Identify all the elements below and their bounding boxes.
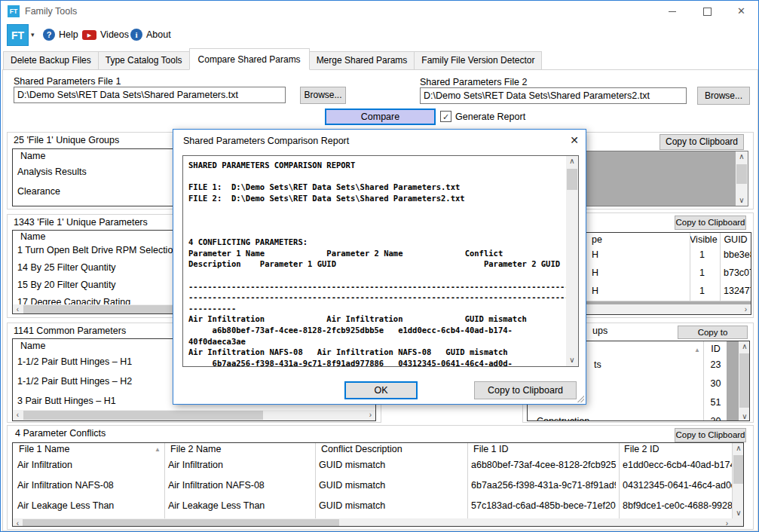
generate-report-checkbox[interactable]: ✓ xyxy=(440,111,451,122)
scrollbar-thumb[interactable] xyxy=(23,519,339,527)
vertical-scrollbar[interactable]: ∧ ∨ xyxy=(732,443,744,518)
maximize-icon xyxy=(703,8,712,16)
tab-compare-shared-params[interactable]: Compare Shared Params xyxy=(189,48,310,70)
app-menu-button[interactable]: FT xyxy=(7,24,29,46)
table-row[interactable]: Air Infiltration Air Infiltration GUID m… xyxy=(13,455,743,476)
generate-report-label: Generate Report xyxy=(455,112,525,122)
scroll-down-icon[interactable]: ∨ xyxy=(736,195,748,206)
scroll-left-icon[interactable]: ‹ xyxy=(13,410,23,420)
scroll-left-icon[interactable]: ‹ xyxy=(13,304,23,314)
browse-file1-button[interactable]: Browse... xyxy=(300,87,346,104)
table-row[interactable]: Air Leakage Less Than Air Leakage Less T… xyxy=(13,496,743,517)
panel-parameter-conflicts: 4 Parameter Conflicts Copy to Clipboard … xyxy=(7,425,754,530)
family-tools-window: FT Family Tools ✕ FT ▾ ? Help ▶ Videos i… xyxy=(0,0,759,532)
copy-to-clipboard-button[interactable]: Copy to Clipboard xyxy=(675,428,746,442)
scrollbar-thumb[interactable] xyxy=(23,411,263,420)
close-button[interactable]: ✕ xyxy=(724,1,758,22)
panel-title: 25 'File 1' Unique Groups xyxy=(14,135,119,145)
column-header-name[interactable]: Name xyxy=(20,231,45,242)
scroll-up-icon[interactable]: ∧ xyxy=(739,341,750,352)
scroll-right-icon[interactable]: › xyxy=(722,518,732,527)
panel-title: 1141 Common Parameters xyxy=(14,326,126,336)
maximize-button[interactable] xyxy=(690,1,724,22)
file2-path-input[interactable] xyxy=(420,87,687,104)
report-text: SHARED PARAMETERS COMPARISON REPORT FILE… xyxy=(183,156,567,367)
tab-family-file-version-detector[interactable]: Family File Version Detector xyxy=(414,51,542,70)
column-header-file2-name[interactable]: File 2 Name xyxy=(170,444,221,454)
close-icon: ✕ xyxy=(570,134,579,146)
video-play-icon: ▶ xyxy=(82,30,96,40)
column-header-file1-id[interactable]: File 1 ID xyxy=(473,444,509,454)
tab-delete-backup-files[interactable]: Delete Backup Files xyxy=(3,51,99,70)
toolbar: FT ▾ ? Help ▶ Videos i About xyxy=(1,22,758,50)
sort-ascending-icon: ▲ xyxy=(694,347,700,353)
window-title: Family Tools xyxy=(25,6,77,17)
table-row[interactable]: Construction 20 xyxy=(528,413,727,421)
scroll-down-icon[interactable]: ∨ xyxy=(733,508,744,518)
scroll-up-icon[interactable]: ∧ xyxy=(566,156,578,167)
copy-to-clipboard-button[interactable]: Copy to Clipboard xyxy=(660,134,744,150)
comparison-report-dialog: Shared Parameters Comparison Report ✕ SH… xyxy=(173,129,586,405)
check-icon: ✓ xyxy=(442,112,449,121)
close-icon: ✕ xyxy=(737,5,745,17)
about-label: About xyxy=(146,29,171,40)
vertical-scrollbar[interactable]: ∧ ∨ xyxy=(736,151,748,206)
file1-label: Shared Parameters File 1 xyxy=(14,76,121,87)
horizontal-scrollbar[interactable]: ‹ › xyxy=(13,518,732,527)
column-header-guid[interactable]: GUID xyxy=(720,234,751,245)
scrollbar-thumb[interactable] xyxy=(733,455,744,484)
column-header-file1-name[interactable]: File 1 Name xyxy=(19,444,69,454)
column-header-name[interactable]: Name xyxy=(20,341,45,351)
minimize-button[interactable] xyxy=(655,1,690,22)
file1-path-input[interactable] xyxy=(14,87,286,103)
horizontal-scrollbar[interactable]: ‹ › xyxy=(13,410,375,420)
vertical-scrollbar[interactable]: ∧ ∨ xyxy=(566,156,578,366)
tab-strip: Delete Backup Files Type Catalog Tools C… xyxy=(3,50,541,70)
dialog-copy-to-clipboard-button[interactable]: Copy to Clipboard xyxy=(474,381,577,399)
help-icon: ? xyxy=(43,29,55,41)
panel-title-fragment: ups xyxy=(592,326,608,336)
info-icon: i xyxy=(130,29,142,41)
ok-button[interactable]: OK xyxy=(344,381,418,399)
scrollbar-thumb[interactable] xyxy=(739,353,750,408)
help-label: Help xyxy=(59,29,78,40)
scrollbar-thumb[interactable] xyxy=(736,164,747,184)
vertical-scrollbar[interactable]: ∧ ∨ xyxy=(739,341,750,421)
report-textbox[interactable]: SHARED PARAMETERS COMPARISON REPORT FILE… xyxy=(182,155,579,367)
scroll-down-icon[interactable]: ∨ xyxy=(566,355,578,366)
resize-grip[interactable] xyxy=(577,395,584,402)
column-header-type-fragment[interactable]: pe xyxy=(592,234,602,245)
scrollbar-thumb[interactable] xyxy=(567,169,577,190)
titlebar: FT Family Tools ✕ xyxy=(1,1,758,22)
copy-to-clipboard-button[interactable]: Copy to Clipboard xyxy=(675,216,746,230)
scroll-right-icon[interactable]: › xyxy=(366,410,375,420)
scroll-right-icon[interactable]: › xyxy=(741,304,751,314)
scroll-left-icon[interactable]: ‹ xyxy=(13,518,23,527)
column-header-file2-id[interactable]: File 2 ID xyxy=(624,444,660,454)
panel-title: 1343 'File 1' Unique Parameters xyxy=(14,217,148,228)
videos-label: Videos xyxy=(100,29,129,40)
scroll-up-icon[interactable]: ∧ xyxy=(733,443,744,454)
browse-file2-button[interactable]: Browse... xyxy=(697,87,750,105)
column-header-conflict-description[interactable]: Conflict Description xyxy=(321,444,402,454)
copy-to-clipboard-button[interactable]: Copy to Clipboard xyxy=(678,326,748,339)
scroll-down-icon[interactable]: ∨ xyxy=(739,411,750,421)
dialog-close-button[interactable]: ✕ xyxy=(562,130,586,151)
tab-type-catalog-tools[interactable]: Type Catalog Tools xyxy=(98,51,190,70)
column-header-visible[interactable]: Visible xyxy=(690,234,717,245)
dialog-title: Shared Parameters Comparison Report xyxy=(183,136,349,146)
app-menu-dropdown-icon[interactable]: ▾ xyxy=(31,31,35,38)
scroll-up-icon[interactable]: ∧ xyxy=(736,151,748,162)
panel-title: 4 Parameter Conflicts xyxy=(15,428,106,439)
table-row[interactable]: Air Infiltration NAFS-08 Air Infiltratio… xyxy=(13,475,743,497)
minimize-icon xyxy=(669,11,676,12)
column-header-id[interactable]: ID xyxy=(703,344,727,354)
sort-ascending-icon: ▲ xyxy=(155,446,161,453)
file2-label: Shared Parameters File 2 xyxy=(420,77,527,87)
app-logo-icon: FT xyxy=(8,5,20,17)
column-header-name[interactable]: Name xyxy=(20,151,45,161)
compare-button[interactable]: Compare xyxy=(325,109,436,125)
tab-merge-shared-params[interactable]: Merge Shared Params xyxy=(309,51,415,70)
conflicts-table: File 1 Name ▲ File 2 Name Conflict Descr… xyxy=(12,442,744,527)
